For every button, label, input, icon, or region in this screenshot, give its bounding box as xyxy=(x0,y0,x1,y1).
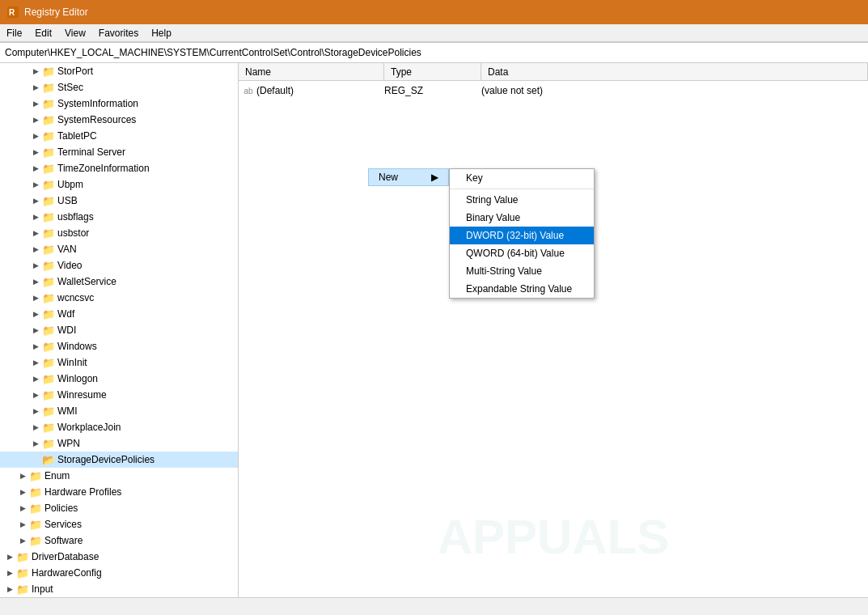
menu-item-qword-value[interactable]: QWORD (64-bit) Value xyxy=(450,244,594,262)
tree-item-wpn[interactable]: ▶📁WPN xyxy=(0,435,238,452)
new-submenu-button[interactable]: New ▶ xyxy=(368,168,449,186)
expander-systeminformation[interactable]: ▶ xyxy=(29,97,42,110)
tree-item-timezoneinformation[interactable]: ▶📁TimeZoneInformation xyxy=(0,160,238,176)
expander-systemresources[interactable]: ▶ xyxy=(29,113,42,126)
expander-wdf[interactable]: ▶ xyxy=(29,308,42,320)
expander-hardwareprofiles[interactable]: ▶ xyxy=(16,486,29,498)
expander-tabletpc[interactable]: ▶ xyxy=(29,129,42,142)
tree-item-hardwareconfig[interactable]: ▶📁HardwareConfig xyxy=(0,565,238,581)
folder-icon-enum: 📁 xyxy=(29,470,42,482)
tree-item-stsec[interactable]: ▶📁StSec xyxy=(0,79,238,95)
expander-windows[interactable]: ▶ xyxy=(29,340,42,353)
menu-separator xyxy=(450,189,594,189)
expander-services[interactable]: ▶ xyxy=(16,518,29,531)
menu-item-dword-value[interactable]: DWORD (32-bit) Value xyxy=(450,227,594,244)
watermark: APPUALS xyxy=(438,509,670,565)
registry-row[interactable]: ab(Default)REG_SZ(value not set) xyxy=(239,83,868,99)
menu-item-multi-string[interactable]: Multi-String Value xyxy=(450,262,594,280)
expander-usbflags[interactable]: ▶ xyxy=(29,210,42,223)
expander-terminalserver[interactable]: ▶ xyxy=(29,146,42,159)
menu-favorites[interactable]: Favorites xyxy=(92,24,145,41)
tree-label-terminalserver: Terminal Server xyxy=(57,146,125,158)
tree-item-usb[interactable]: ▶📁USB xyxy=(0,193,238,209)
expander-driverdatabase[interactable]: ▶ xyxy=(3,550,16,563)
expander-software[interactable]: ▶ xyxy=(16,534,29,547)
tree-item-policies[interactable]: ▶📁Policies xyxy=(0,500,238,516)
main-area: ▶📁StorPort▶📁StSec▶📁SystemInformation▶📁Sy… xyxy=(0,63,868,597)
folder-icon-van: 📁 xyxy=(42,244,55,256)
tree-item-usbflags[interactable]: ▶📁usbflags xyxy=(0,209,238,225)
tree-item-wdf[interactable]: ▶📁Wdf xyxy=(0,306,238,322)
tree-item-driverdatabase[interactable]: ▶📁DriverDatabase xyxy=(0,549,238,565)
menu-view[interactable]: View xyxy=(58,24,92,41)
folder-icon-hardwareprofiles: 📁 xyxy=(29,486,42,498)
expander-winlogon[interactable]: ▶ xyxy=(29,372,42,385)
expander-ubpm[interactable]: ▶ xyxy=(29,178,42,191)
expander-wmi[interactable]: ▶ xyxy=(29,405,42,418)
expander-walletservice[interactable]: ▶ xyxy=(29,275,42,288)
tree-item-wdi[interactable]: ▶📁WDI xyxy=(0,322,238,338)
expander-wdi[interactable]: ▶ xyxy=(29,324,42,337)
tree-label-ubpm: Ubpm xyxy=(57,179,83,190)
reg-data: (value not set) xyxy=(481,85,866,96)
tree-item-wmi[interactable]: ▶📁WMI xyxy=(0,403,238,419)
folder-icon-winlogon: 📁 xyxy=(42,373,55,385)
expander-van[interactable]: ▶ xyxy=(29,243,42,256)
expander-usbstor[interactable]: ▶ xyxy=(29,227,42,240)
new-submenu: KeyString ValueBinary ValueDWORD (32-bit… xyxy=(449,168,595,299)
tree-item-enum[interactable]: ▶📁Enum xyxy=(0,468,238,484)
tree-item-systeminformation[interactable]: ▶📁SystemInformation xyxy=(0,95,238,112)
expander-usb[interactable]: ▶ xyxy=(29,194,42,207)
context-menu-area: New ▶ KeyString ValueBinary ValueDWORD (… xyxy=(368,168,449,186)
tree-item-input[interactable]: ▶📁Input xyxy=(0,581,238,597)
tree-item-winlogon[interactable]: ▶📁Winlogon xyxy=(0,371,238,387)
tree-item-workplacejoin[interactable]: ▶📁WorkplaceJoin xyxy=(0,419,238,435)
tree-item-windows[interactable]: ▶📁Windows xyxy=(0,338,238,354)
expander-winresume[interactable]: ▶ xyxy=(29,388,42,401)
tree-item-walletservice[interactable]: ▶📁WalletService xyxy=(0,274,238,290)
tree-item-wcncsvc[interactable]: ▶📁wcncsvc xyxy=(0,290,238,306)
title-bar: R Registry Editor xyxy=(0,0,868,24)
menu-file[interactable]: File xyxy=(0,24,28,41)
tree-panel[interactable]: ▶📁StorPort▶📁StSec▶📁SystemInformation▶📁Sy… xyxy=(0,63,239,597)
folder-icon-tabletpc: 📁 xyxy=(42,130,55,142)
expander-hardwareconfig[interactable]: ▶ xyxy=(3,566,16,579)
folder-icon-wdf: 📁 xyxy=(42,308,55,320)
menu-item-key[interactable]: Key xyxy=(450,169,594,187)
expander-input[interactable]: ▶ xyxy=(3,583,16,596)
tree-item-tabletpc[interactable]: ▶📁TabletPC xyxy=(0,128,238,144)
tree-item-hardwareprofiles[interactable]: ▶📁Hardware Profiles xyxy=(0,484,238,500)
content-rows: ab(Default)REG_SZ(value not set) xyxy=(239,81,868,100)
tree-item-services[interactable]: ▶📁Services xyxy=(0,516,238,532)
menu-item-expandable-string[interactable]: Expandable String Value xyxy=(450,280,594,298)
tree-item-systemresources[interactable]: ▶📁SystemResources xyxy=(0,112,238,128)
expander-wininit[interactable]: ▶ xyxy=(29,356,42,369)
tree-item-van[interactable]: ▶📁VAN xyxy=(0,241,238,257)
tree-item-wininit[interactable]: ▶📁WinInit xyxy=(0,354,238,371)
tree-item-ubpm[interactable]: ▶📁Ubpm xyxy=(0,176,238,193)
menu-edit[interactable]: Edit xyxy=(28,24,58,41)
expander-workplacejoin[interactable]: ▶ xyxy=(29,421,42,434)
tree-item-terminalserver[interactable]: ▶📁Terminal Server xyxy=(0,144,238,160)
tree-item-video[interactable]: ▶📁Video xyxy=(0,257,238,274)
expander-stsec[interactable]: ▶ xyxy=(29,81,42,94)
expander-timezoneinformation[interactable]: ▶ xyxy=(29,162,42,175)
tree-item-usbstor[interactable]: ▶📁usbstor xyxy=(0,225,238,241)
tree-item-storport[interactable]: ▶📁StorPort xyxy=(0,63,238,79)
expander-wpn[interactable]: ▶ xyxy=(29,437,42,450)
expander-storagedevicepolicies[interactable] xyxy=(29,453,42,466)
tree-item-software[interactable]: ▶📁Software xyxy=(0,532,238,549)
tree-item-winresume[interactable]: ▶📁Winresume xyxy=(0,387,238,403)
folder-icon-input: 📁 xyxy=(16,583,29,596)
menu-item-string-value[interactable]: String Value xyxy=(450,191,594,209)
expander-wcncsvc[interactable]: ▶ xyxy=(29,291,42,304)
status-bar xyxy=(0,597,868,615)
expander-enum[interactable]: ▶ xyxy=(16,469,29,482)
menu-help[interactable]: Help xyxy=(145,24,178,41)
expander-storport[interactable]: ▶ xyxy=(29,65,42,78)
folder-icon-wpn: 📁 xyxy=(42,438,55,450)
expander-video[interactable]: ▶ xyxy=(29,259,42,272)
tree-item-storagedevicepolicies[interactable]: 📂StorageDevicePolicies xyxy=(0,452,238,468)
menu-item-binary-value[interactable]: Binary Value xyxy=(450,209,594,227)
expander-policies[interactable]: ▶ xyxy=(16,502,29,515)
